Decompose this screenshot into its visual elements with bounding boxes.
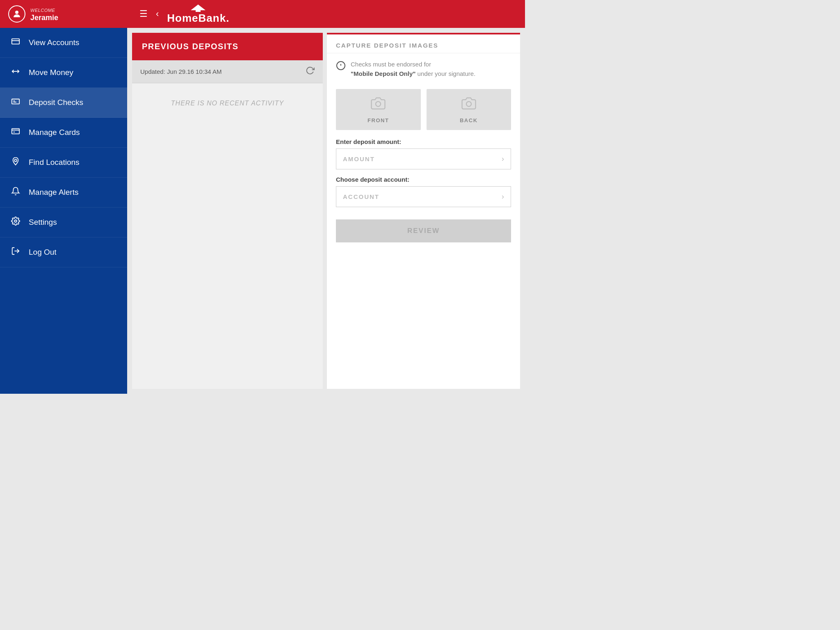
accounts-icon	[10, 37, 21, 48]
capture-panel: CAPTURE DEPOSIT IMAGES Checks must be en…	[327, 33, 520, 389]
notice-text: Checks must be endorsed for "Mobile Depo…	[351, 60, 475, 78]
previous-deposits-panel: PREVIOUS DEPOSITS Updated: Jun 29.16 10:…	[132, 33, 323, 389]
no-activity-text: THERE IS NO RECENT ACTIVITY	[132, 83, 323, 123]
find-locations-label: Find Locations	[29, 158, 80, 167]
amount-arrow-icon: ›	[502, 155, 504, 163]
sidebar-item-manage-alerts[interactable]: Manage Alerts	[0, 178, 127, 208]
svg-rect-5	[12, 99, 19, 104]
amount-input-wrap[interactable]: AMOUNT ›	[336, 148, 511, 169]
move-money-icon	[10, 67, 21, 78]
header-nav: ☰ ‹ HomeBank.	[135, 4, 517, 25]
capture-notice: Checks must be endorsed for "Mobile Depo…	[327, 53, 520, 85]
welcome-sub: WELCOME	[30, 8, 55, 13]
sidebar-item-move-money[interactable]: Move Money	[0, 58, 127, 88]
avatar	[8, 5, 25, 23]
log-out-icon	[10, 247, 21, 258]
settings-icon	[10, 217, 21, 228]
svg-rect-8	[12, 129, 19, 134]
settings-label: Settings	[29, 218, 57, 227]
camera-front-box[interactable]: FRONT	[336, 89, 421, 130]
header-user-section: WELCOME Jeramie	[8, 5, 135, 23]
sidebar-item-deposit-checks[interactable]: Deposit Checks	[0, 88, 127, 118]
logo: HomeBank.	[167, 4, 229, 25]
svg-rect-3	[12, 39, 19, 44]
refresh-icon[interactable]	[306, 66, 315, 77]
previous-deposits-body: Updated: Jun 29.16 10:34 AM THERE IS NO …	[132, 60, 323, 389]
camera-back-box[interactable]: BACK	[427, 89, 511, 130]
form-area: Enter deposit amount: AMOUNT › Choose de…	[327, 132, 520, 219]
svg-point-12	[14, 220, 17, 222]
sidebar-item-find-locations[interactable]: Find Locations	[0, 148, 127, 178]
sidebar: View Accounts Move Money Deposit Checks …	[0, 28, 127, 394]
svg-point-18	[466, 101, 471, 106]
camera-front-icon	[371, 96, 386, 114]
move-money-label: Move Money	[29, 68, 73, 77]
notice-icon	[336, 61, 346, 73]
amount-label: Enter deposit amount:	[336, 138, 511, 145]
front-label: FRONT	[368, 117, 389, 123]
sidebar-item-manage-cards[interactable]: Manage Cards	[0, 118, 127, 148]
notice-text-1: Checks must be endorsed for	[351, 61, 431, 68]
previous-deposits-header: PREVIOUS DEPOSITS	[132, 33, 323, 60]
main-layout: View Accounts Move Money Deposit Checks …	[0, 28, 525, 394]
capture-header: CAPTURE DEPOSIT IMAGES	[327, 34, 520, 53]
account-input-wrap[interactable]: ACCOUNT ›	[336, 186, 511, 207]
back-label: BACK	[460, 117, 478, 123]
updated-bar: Updated: Jun 29.16 10:34 AM	[132, 60, 323, 83]
username: Jeramie	[30, 14, 58, 22]
account-arrow-icon: ›	[502, 192, 504, 201]
notice-text-2: "Mobile Deposit Only"	[351, 70, 415, 77]
previous-deposits-title: PREVIOUS DEPOSITS	[142, 42, 239, 51]
content-area: PREVIOUS DEPOSITS Updated: Jun 29.16 10:…	[127, 28, 525, 394]
account-label: Choose deposit account:	[336, 176, 511, 183]
svg-point-11	[14, 159, 17, 162]
manage-cards-label: Manage Cards	[29, 128, 80, 137]
find-locations-icon	[10, 157, 21, 168]
log-out-label: Log Out	[29, 248, 57, 257]
updated-text: Updated: Jun 29.16 10:34 AM	[140, 68, 221, 75]
svg-marker-1	[191, 5, 205, 10]
camera-back-icon	[461, 96, 476, 114]
manage-cards-icon	[10, 127, 21, 138]
manage-alerts-icon	[10, 187, 21, 198]
camera-row: FRONT BACK	[327, 85, 520, 132]
svg-point-17	[376, 101, 381, 106]
review-button[interactable]: REVIEW	[336, 219, 511, 242]
amount-placeholder: AMOUNT	[343, 155, 502, 162]
sidebar-item-view-accounts[interactable]: View Accounts	[0, 28, 127, 58]
logo-text: HomeBank.	[167, 12, 229, 25]
view-accounts-label: View Accounts	[29, 38, 79, 47]
notice-text-3: under your signature.	[415, 70, 475, 77]
sidebar-item-settings[interactable]: Settings	[0, 208, 127, 237]
app-header: WELCOME Jeramie ☰ ‹ HomeBank.	[0, 0, 525, 28]
welcome-text: WELCOME Jeramie	[30, 6, 58, 22]
deposit-checks-icon	[10, 97, 21, 108]
svg-point-0	[15, 11, 18, 14]
hamburger-icon[interactable]: ☰	[139, 9, 148, 19]
account-placeholder: ACCOUNT	[343, 193, 502, 200]
sidebar-item-log-out[interactable]: Log Out	[0, 237, 127, 267]
back-icon[interactable]: ‹	[156, 9, 159, 19]
deposit-checks-label: Deposit Checks	[29, 98, 83, 107]
manage-alerts-label: Manage Alerts	[29, 188, 78, 197]
